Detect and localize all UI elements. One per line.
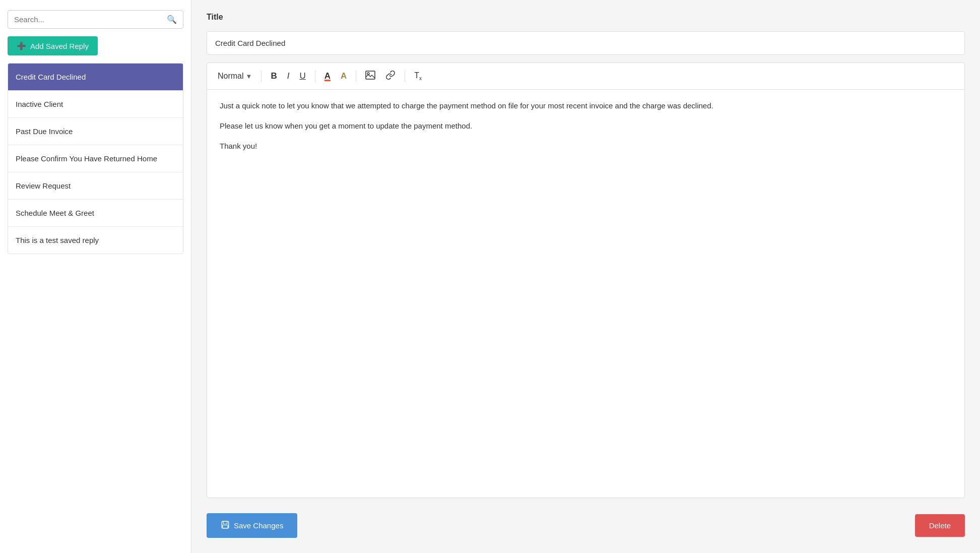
list-item[interactable]: Inactive Client [8,91,183,118]
save-icon [221,520,230,531]
main-content: Title Normal ▼ B I U A A [191,0,980,553]
svg-rect-3 [223,521,227,524]
footer: Save Changes Delete [207,506,965,540]
toolbar-divider-2 [315,71,315,82]
list-item[interactable]: Please Confirm You Have Returned Home [8,145,183,172]
text-highlight-button[interactable]: A [338,69,350,83]
list-item[interactable]: Review Request [8,172,183,200]
plus-icon: ➕ [17,41,26,50]
bold-button[interactable]: B [268,69,280,83]
link-icon [385,70,396,82]
italic-button[interactable]: I [284,69,293,83]
image-button[interactable] [362,69,378,84]
editor-paragraph: Please let us know when you get a moment… [220,120,952,132]
title-input[interactable] [207,31,965,55]
svg-rect-0 [366,71,375,79]
chevron-down-icon: ▼ [246,73,252,80]
add-saved-reply-button[interactable]: ➕ Add Saved Reply [8,36,98,55]
italic-label: I [287,71,290,81]
format-label: Normal [218,72,244,81]
search-bar: 🔍 [8,10,183,29]
delete-label: Delete [929,521,951,530]
editor-body[interactable]: Just a quick note to let you know that w… [207,90,964,498]
editor-paragraph: Thank you! [220,140,952,152]
toolbar: Normal ▼ B I U A A [207,63,964,90]
clear-format-icon: Tx [414,71,422,81]
toolbar-divider-1 [261,71,262,82]
underline-button[interactable]: U [296,69,308,83]
svg-rect-4 [223,525,228,528]
editor-paragraph: Just a quick note to let you know that w… [220,100,952,112]
list-item[interactable]: Schedule Meet & Greet [8,200,183,227]
add-saved-reply-label: Add Saved Reply [30,42,89,50]
underline-label: U [299,71,305,81]
title-label: Title [207,13,965,22]
image-icon [365,71,375,82]
toolbar-divider-4 [405,71,405,82]
editor-container: Normal ▼ B I U A A [207,63,965,498]
save-changes-label: Save Changes [234,521,283,530]
list-item[interactable]: Credit Card Declined [8,64,183,91]
sidebar: 🔍 ➕ Add Saved Reply Credit Card Declined… [0,0,191,553]
toolbar-divider-3 [356,71,356,82]
search-icon: 🔍 [167,15,177,24]
bold-label: B [271,71,277,81]
format-select[interactable]: Normal ▼ [215,70,255,83]
search-input[interactable] [14,15,167,24]
list-item[interactable]: This is a test saved reply [8,227,183,254]
save-changes-button[interactable]: Save Changes [207,513,297,538]
clear-format-button[interactable]: Tx [411,69,425,83]
list-item[interactable]: Past Due Invoice [8,118,183,145]
text-highlight-icon: A [341,71,347,81]
text-color-button[interactable]: A [321,69,334,83]
link-button[interactable] [382,68,399,84]
delete-button[interactable]: Delete [915,514,965,537]
text-color-icon: A [324,71,331,81]
saved-replies-list: Credit Card DeclinedInactive ClientPast … [8,63,183,254]
